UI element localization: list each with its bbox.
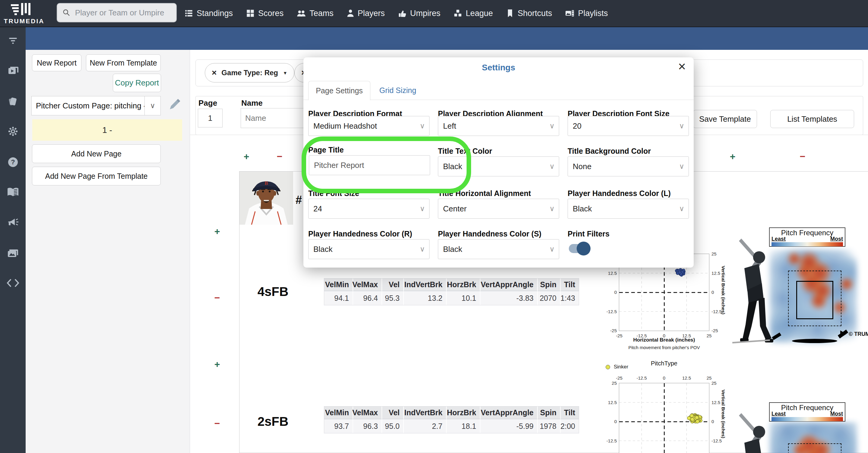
- table-cell: 13.2: [404, 291, 447, 305]
- page-number-input[interactable]: [198, 109, 223, 128]
- table-cell: 95.3: [382, 291, 404, 305]
- nav-item-umpires[interactable]: Umpires: [398, 9, 441, 18]
- nav-item-players[interactable]: Players: [347, 9, 385, 18]
- table-cell: 2:00: [561, 419, 579, 433]
- remove-column-button[interactable]: −: [275, 151, 285, 162]
- y-tick-label: -12.5: [607, 438, 617, 443]
- code-icon[interactable]: [0, 278, 26, 287]
- scores-icon: [246, 9, 254, 18]
- announcements-icon[interactable]: [0, 218, 26, 228]
- nav-item-label: Players: [358, 9, 385, 18]
- nav-item-teams[interactable]: Teams: [297, 9, 334, 18]
- new-from-template-button[interactable]: New From Template: [86, 54, 161, 71]
- report-selector-dropdown[interactable]: Pitcher Custom Page: pitching -... ∨: [31, 96, 161, 115]
- table-cell: 96.3: [353, 419, 382, 433]
- add-new-page-button[interactable]: Add New Page: [32, 144, 161, 163]
- add-column-button[interactable]: +: [727, 151, 738, 162]
- add-column-button[interactable]: +: [241, 151, 251, 162]
- nav-item-standings[interactable]: Standings: [185, 9, 233, 18]
- select-value: None: [573, 162, 591, 171]
- player-description-alignment-select[interactable]: Left∨: [438, 116, 559, 136]
- remove-filter-icon[interactable]: ×: [212, 68, 217, 78]
- batter-silhouette-icon: [730, 235, 775, 346]
- column-header: Vel: [382, 278, 404, 291]
- remove-column-button[interactable]: −: [798, 151, 808, 162]
- y-tick-label: 25: [612, 380, 617, 386]
- field-label: Title Font Size: [308, 189, 359, 198]
- gridline-x: [642, 383, 642, 453]
- title-text-color-select[interactable]: Black∨: [438, 157, 559, 176]
- add-row-button[interactable]: +: [212, 359, 222, 370]
- edit-pencil-icon[interactable]: [168, 98, 181, 111]
- chevron-down-icon: ∨: [420, 245, 425, 253]
- video-playlist-icon[interactable]: [0, 65, 26, 76]
- column-header: Tilt: [561, 278, 579, 291]
- column-header: IndVertBrk: [404, 406, 447, 419]
- book-icon[interactable]: [0, 187, 26, 198]
- batter-silhouette-icon: [730, 410, 775, 453]
- list-templates-button[interactable]: List Templates: [770, 110, 854, 128]
- y-tick-label: 12.5: [608, 271, 617, 276]
- print-filters-toggle[interactable]: [569, 244, 588, 253]
- remove-row-button[interactable]: −: [212, 292, 222, 304]
- nav-items: Standings Scores Teams Players Umpires L…: [185, 0, 608, 27]
- add-new-page-from-template-button[interactable]: Add New Page From Template: [32, 167, 161, 186]
- settings-gear-icon[interactable]: [0, 125, 26, 137]
- umpires-icon: [398, 9, 407, 18]
- nav-item-shortcuts[interactable]: Shortcuts: [506, 9, 552, 18]
- column-header: Vel: [382, 406, 404, 419]
- global-search[interactable]: [57, 3, 177, 22]
- field-label: Page Title: [308, 146, 344, 154]
- trumedia-logo-icon[interactable]: [9, 2, 33, 17]
- chevron-down-icon: ∨: [420, 122, 425, 130]
- x-tick-label: 0: [663, 375, 665, 380]
- player-handedness-color-r-select[interactable]: Black∨: [308, 239, 430, 259]
- title-background-color-select[interactable]: None∨: [568, 157, 689, 176]
- tab-grid-sizing[interactable]: Grid Sizing: [378, 81, 417, 100]
- player-description-format-select[interactable]: Medium Headshot∨: [308, 116, 430, 136]
- chevron-down-icon: ∨: [679, 162, 684, 171]
- table-cell: 2.7: [404, 419, 447, 433]
- tab-page-settings[interactable]: Page Settings: [308, 81, 370, 100]
- movement-chart-2sfb: -25-12.5012.525252512.512.500-12.5-12.5-…: [619, 383, 709, 453]
- outer-zone-dashed: [788, 443, 841, 453]
- filter-icon[interactable]: [0, 35, 26, 46]
- copy-report-button[interactable]: Copy Report: [113, 74, 161, 92]
- tags-icon[interactable]: [0, 96, 26, 107]
- settings-modal: Settings × Page Settings Grid Sizing Pla…: [303, 57, 694, 267]
- search-input[interactable]: [74, 8, 171, 18]
- select-value: 20: [573, 121, 582, 131]
- y-tick-label: -25: [610, 328, 617, 333]
- top-nav: TRUMEDIA Standings Scores Teams: [0, 0, 868, 27]
- save-template-button[interactable]: Save Template: [693, 110, 757, 128]
- page-title-input[interactable]: [309, 155, 430, 175]
- legend-swatch: [606, 365, 610, 369]
- frequency-gradient-bar: [772, 242, 843, 247]
- nav-item-label: Teams: [309, 9, 334, 18]
- table-cell: 1:43: [561, 291, 579, 305]
- trumedia-play-icon: [840, 330, 846, 338]
- player-handedness-color-s-select[interactable]: Black∨: [438, 239, 559, 259]
- help-icon[interactable]: ?: [0, 157, 26, 168]
- nav-item-league[interactable]: League: [454, 9, 493, 18]
- add-row-button[interactable]: +: [212, 226, 222, 237]
- remove-row-button[interactable]: −: [212, 418, 222, 429]
- scale-min-label: Least: [772, 411, 786, 417]
- field-label: Print Filters: [568, 229, 610, 238]
- page-indicator[interactable]: 1 -: [32, 119, 182, 141]
- nav-item-label: Umpires: [410, 9, 441, 18]
- filter-chip-game-type[interactable]: × Game Type: Reg ▼: [205, 63, 294, 82]
- scale-max-label: Most: [830, 236, 843, 242]
- table-header-row: VelMinVelMaxVelIndVertBrkHorzBrkVertAppr…: [324, 406, 579, 419]
- player-handedness-color-l-select[interactable]: Black∨: [568, 199, 689, 219]
- close-icon[interactable]: ×: [678, 60, 686, 73]
- title-horizontal-alignment-select[interactable]: Center∨: [438, 199, 559, 219]
- x-tick-label: -25: [616, 375, 622, 380]
- nav-item-scores[interactable]: Scores: [246, 9, 283, 18]
- nav-item-playlists[interactable]: Playlists: [565, 9, 608, 18]
- player-description-font-size-select[interactable]: 20∨: [568, 116, 689, 136]
- table-row: 93.796.395.02.718.1-5.9919782:00: [324, 419, 579, 433]
- title-font-size-select[interactable]: 24∨: [308, 199, 430, 219]
- new-report-button[interactable]: New Report: [32, 54, 82, 71]
- media-gallery-icon[interactable]: [0, 248, 26, 258]
